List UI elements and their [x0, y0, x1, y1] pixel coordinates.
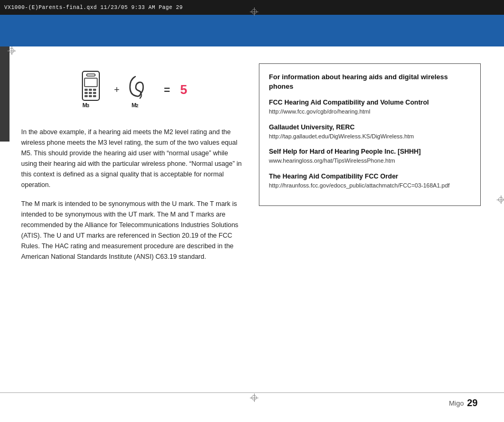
svg-rect-5 — [93, 89, 96, 91]
result-value: 5 — [180, 82, 187, 97]
svg-text:3: 3 — [87, 103, 89, 108]
left-column: M 3 + M 2 = 5 In the above example, if a — [21, 63, 243, 270]
left-accent-strip — [0, 46, 10, 142]
svg-rect-9 — [85, 95, 88, 97]
content-area: M 3 + M 2 = 5 In the above example, if a — [21, 63, 481, 270]
body-text-paragraph-2: The M mark is intended to be synonymous … — [21, 199, 243, 262]
info-item-3-url: www.hearingloss.org/hat/TipsWirelessPhon… — [269, 157, 471, 165]
svg-rect-4 — [89, 89, 92, 91]
blue-accent-bar — [0, 15, 504, 46]
info-item-4-url: http://hraunfoss.fcc.gov/edocs_public/at… — [269, 182, 471, 190]
phone-illustration: M 3 + M 2 = 5 — [77, 69, 188, 111]
info-item-2: Gallaudet University, RERC http://tap.ga… — [269, 124, 471, 140]
info-item-3: Self Help for Hard of Hearing People Inc… — [269, 148, 471, 165]
svg-rect-1 — [87, 74, 95, 76]
info-item-3-title: Self Help for Hard of Hearing People Inc… — [269, 148, 471, 155]
svg-rect-6 — [85, 92, 88, 94]
crosshair-top-center — [250, 7, 258, 16]
info-item-4: The Hearing Aid Compatibility FCC Order … — [269, 173, 471, 190]
equals-sign: = — [162, 84, 172, 96]
phone1-icon: M 3 — [77, 69, 106, 111]
svg-rect-8 — [93, 92, 96, 94]
svg-text:2: 2 — [136, 103, 138, 108]
info-item-2-title: Gallaudet University, RERC — [269, 124, 471, 131]
svg-rect-11 — [93, 95, 96, 97]
page-num: 29 — [467, 398, 478, 409]
svg-rect-3 — [85, 89, 88, 91]
info-box-title: For information about hearing aids and d… — [269, 72, 471, 91]
svg-rect-2 — [85, 78, 97, 87]
right-column: For information about hearing aids and d… — [259, 63, 481, 270]
crosshair-right — [497, 195, 504, 204]
body-text-paragraph-1: In the above example, if a hearing aid m… — [21, 127, 243, 190]
info-item-4-title: The Hearing Aid Compatibility FCC Order — [269, 173, 471, 180]
hearing-aid-icon: M 2 — [127, 69, 154, 111]
info-box: For information about hearing aids and d… — [259, 63, 481, 206]
crosshair-left — [7, 46, 16, 55]
crosshair-bottom-center — [250, 393, 258, 402]
info-item-1-url: http://www.fcc.gov/cgb/dro/hearing.html — [269, 108, 471, 116]
page-number-area: Migo 29 — [449, 398, 478, 409]
info-item-1: FCC Hearing Aid Compatibility and Volume… — [269, 99, 471, 116]
brand-label: Migo — [449, 399, 464, 407]
file-info: VX1000-(E)Parents-final.qxd 11/23/05 9:3… — [4, 5, 183, 11]
bottom-separator — [0, 392, 504, 393]
plus-sign: + — [114, 85, 120, 96]
svg-rect-7 — [89, 92, 92, 94]
info-item-1-title: FCC Hearing Aid Compatibility and Volume… — [269, 99, 471, 106]
phone-image-area: M 3 + M 2 = 5 — [21, 63, 243, 116]
svg-rect-10 — [89, 95, 92, 97]
info-item-2-url: http://tap.gallaudet.edu/DigWireless.KS/… — [269, 133, 471, 140]
